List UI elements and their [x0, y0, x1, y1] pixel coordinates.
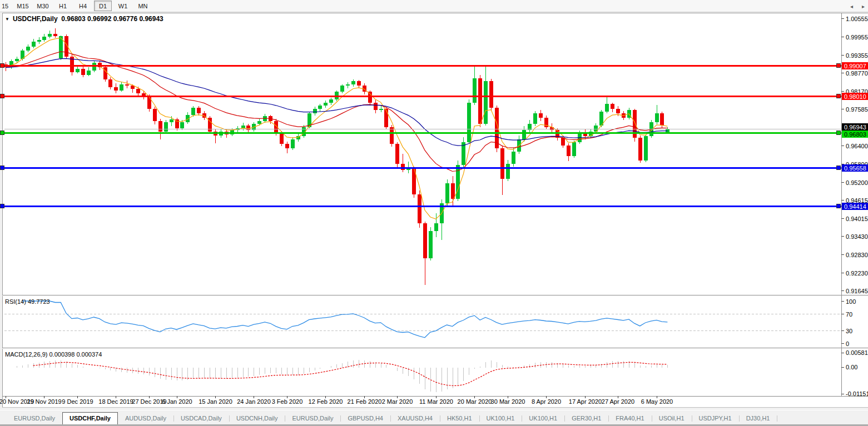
price-axis-label: 0.97585: [846, 106, 868, 113]
candle: [473, 78, 477, 103]
price-axis-label: 0.94615: [846, 197, 868, 204]
price-axis-label: 0.96400: [846, 143, 868, 149]
date-axis-label: 12 Feb 2020: [309, 398, 343, 405]
timeframe-button-m15[interactable]: M15: [14, 1, 32, 11]
candle: [567, 146, 571, 156]
candle: [170, 119, 173, 123]
svg-text:0.96943: 0.96943: [844, 124, 866, 131]
tab-scroll-arrows: ◂ ▸: [850, 4, 865, 9]
current-price-badge: 0.96943: [842, 123, 868, 131]
timeframe-button-h4[interactable]: H4: [74, 1, 92, 11]
tab-usoil-h1[interactable]: USOil,H1: [652, 413, 692, 424]
candle: [478, 78, 482, 124]
tab-xauusd-h4[interactable]: XAUUSD,H4: [390, 413, 440, 424]
hline-badge-0.94414: 0.94414: [842, 203, 868, 210]
candle: [434, 223, 438, 231]
tab-ger30-h1[interactable]: GER30,H1: [564, 413, 608, 424]
date-axis-label: 2 Mar 2020: [382, 398, 413, 405]
tab-usdcad-daily[interactable]: USDCAD,Daily: [173, 413, 229, 424]
hline-badge-0.99007: 0.99007: [842, 62, 868, 69]
chart-tab-bar: EURUSD,DailyUSDCHF,DailyAUDUSD,DailyUSDC…: [0, 410, 868, 425]
candle: [374, 103, 378, 111]
chart-title: ▼ USDCHF,Daily 0.96803 0.96992 0.96776 0…: [5, 15, 163, 23]
candle: [158, 121, 162, 132]
candle: [120, 84, 123, 91]
svg-text:0.98010: 0.98010: [844, 93, 866, 100]
candle: [76, 69, 80, 72]
tab-uk100-h1[interactable]: UK100,H1: [522, 413, 564, 424]
tab-fra40-h1[interactable]: FRA40,H1: [608, 413, 651, 424]
price-axis-label: 0.93430: [846, 233, 868, 240]
candle: [15, 59, 19, 61]
timeframe-button-15[interactable]: 15: [0, 1, 12, 11]
candle: [324, 103, 328, 106]
tab-hk50-h1[interactable]: HK50,H1: [440, 413, 479, 424]
tab-eurusd-daily[interactable]: EURUSD,Daily: [285, 413, 340, 424]
date-axis-label: 30 Mar 2020: [491, 398, 525, 405]
candle: [32, 42, 36, 47]
tab-dj30-h1[interactable]: DJ30,H1: [739, 413, 777, 424]
candle: [291, 139, 295, 149]
timeframe-button-h1[interactable]: H1: [54, 1, 72, 11]
rsi-axis-label: 0: [846, 340, 849, 347]
scroll-left-icon[interactable]: ◂: [850, 4, 853, 9]
tab-audusd-daily[interactable]: AUDUSD,Daily: [118, 413, 173, 424]
candle: [506, 164, 510, 179]
tab-eurusd-daily[interactable]: EURUSD,Daily: [7, 413, 62, 424]
hline-badge-0.95658: 0.95658: [842, 164, 868, 172]
candle: [147, 97, 151, 109]
price-axis-label: 0.99955: [846, 34, 868, 41]
candle: [340, 86, 344, 92]
chevron-down-icon[interactable]: ▼: [5, 17, 9, 22]
date-axis-label: 9 Dec 2019: [62, 398, 93, 405]
timeframe-button-w1[interactable]: W1: [114, 1, 132, 11]
candle: [246, 126, 250, 130]
macd-axis-label: 0.00: [846, 364, 857, 370]
candle: [351, 81, 355, 84]
tab-gbpusd-h4[interactable]: GBPUSD,H4: [340, 413, 390, 424]
scroll-right-icon[interactable]: ▸: [862, 4, 865, 9]
candle: [136, 89, 140, 93]
candle: [500, 148, 504, 179]
candle: [512, 152, 515, 164]
candle: [611, 104, 614, 108]
candle: [429, 231, 433, 259]
timeframe-button-d1[interactable]: D1: [94, 1, 112, 11]
candle: [379, 109, 383, 111]
timeframe-button-m30[interactable]: M30: [34, 1, 52, 11]
date-axis-label: 20 Mar 2020: [458, 398, 492, 405]
chart-canvas[interactable]: 1.005550.999550.993550.987700.981700.975…: [0, 0, 868, 410]
timeframe-button-mn[interactable]: MN: [134, 1, 152, 11]
candle: [395, 144, 399, 164]
candle: [197, 108, 201, 113]
date-axis-label: 11 Mar 2020: [419, 398, 453, 405]
price-axis-label: 0.92830: [846, 252, 868, 258]
macd-axis-label: -0.011514: [846, 390, 868, 397]
candle: [423, 223, 427, 258]
candle: [26, 47, 30, 51]
candle: [53, 34, 57, 36]
tab-usdcnh-daily[interactable]: USDCNH,Daily: [229, 413, 285, 424]
candle: [103, 67, 107, 79]
tab-usdchf-daily[interactable]: USDCHF,Daily: [62, 412, 118, 425]
tab-uk100-h1[interactable]: UK100,H1: [479, 413, 522, 424]
candle: [164, 122, 168, 132]
date-axis-label: 18 Dec 2019: [98, 398, 133, 405]
rsi-axis-label: 30: [846, 328, 852, 334]
date-axis-label: 8 Apr 2020: [532, 398, 561, 405]
date-axis-label: 15 Jan 2020: [199, 398, 232, 405]
candle: [318, 106, 322, 109]
date-axis-label: 6 May 2020: [641, 398, 673, 405]
candle: [346, 84, 350, 86]
tab-usdjpy-h1[interactable]: USDJPY,H1: [692, 413, 739, 424]
candle: [445, 183, 449, 203]
price-axis-label: 0.94015: [846, 215, 868, 222]
candle: [638, 138, 642, 161]
candle: [357, 81, 361, 86]
candle: [87, 71, 91, 75]
date-axis-label: 17 Apr 2020: [569, 398, 602, 405]
candle: [561, 138, 565, 146]
date-axis-label: 24 Jan 2020: [237, 398, 271, 405]
price-axis-label: 0.92230: [846, 270, 868, 277]
candle: [616, 109, 620, 113]
